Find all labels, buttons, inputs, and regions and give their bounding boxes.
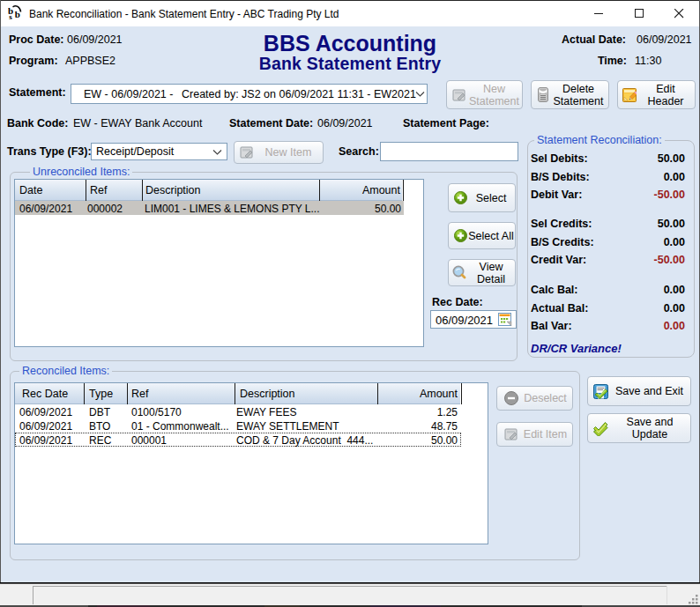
svg-text:b: b <box>15 9 20 19</box>
svg-text:s: s <box>9 12 12 20</box>
